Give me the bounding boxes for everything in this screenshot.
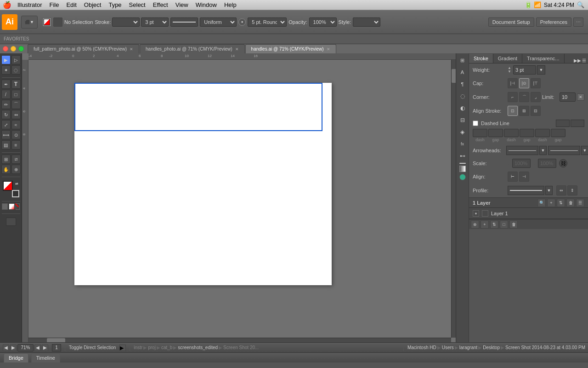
tab-handles[interactable]: handles.ai @ 71% (CMYK/Preview) ✕	[245, 44, 336, 53]
limit-input[interactable]	[560, 92, 576, 102]
color-dot[interactable]	[459, 174, 466, 180]
panel-icon-9[interactable]: ⊷	[458, 151, 468, 161]
align-arrow-1[interactable]: ⊢	[508, 172, 518, 182]
zoom-tool[interactable]: ⊕	[11, 165, 21, 174]
gap-3-input[interactable]	[551, 129, 565, 137]
weight-input[interactable]	[513, 65, 536, 75]
limit-close-btn[interactable]: ✕	[577, 93, 584, 101]
line-tool[interactable]: /	[1, 90, 11, 99]
document-setup-button[interactable]: Document Setup	[488, 17, 534, 27]
column-graph-tool[interactable]: ▤	[1, 140, 11, 150]
dash-2-input[interactable]	[504, 129, 519, 137]
layer-item[interactable]: ● Layer 1	[469, 208, 588, 219]
slice-tool[interactable]: ⧄	[11, 155, 21, 164]
align-center-btn[interactable]: ⊡	[508, 106, 518, 116]
layer-visibility-toggle[interactable]: ●	[473, 210, 479, 217]
more-options-btn[interactable]: ⋯	[573, 17, 583, 27]
panel-icon-1[interactable]: ⊞	[458, 55, 468, 65]
rect-tool[interactable]: □	[11, 90, 21, 99]
layer-new-layer[interactable]: □	[500, 220, 508, 229]
stroke-tab[interactable]: Stroke	[469, 54, 493, 63]
miter-join-btn[interactable]: ⌐	[508, 92, 518, 102]
none-btn[interactable]	[16, 203, 20, 210]
menu-illustrator[interactable]: Illustrator	[14, 0, 45, 10]
symbol-sprayer[interactable]: ⊙	[11, 130, 21, 139]
dashed-line-checkbox[interactable]	[473, 121, 478, 126]
transparency-tab[interactable]: Transparenc...	[522, 54, 565, 63]
zoom-down-btn[interactable]: ◀	[34, 345, 41, 351]
align-inside-btn[interactable]: ⊞	[519, 106, 529, 116]
panel-icon-2[interactable]: A	[458, 67, 468, 77]
scale-end-down[interactable]: ▼	[533, 163, 537, 167]
pen-tool[interactable]: ✒	[1, 80, 11, 89]
tab-full-pattern-close[interactable]: ✕	[130, 47, 133, 52]
round-cap-btn[interactable]: |⊙	[519, 78, 529, 88]
arrowhead-start-select[interactable]: ▼	[539, 146, 547, 155]
layer-lock[interactable]	[482, 210, 488, 217]
scrollbar-vertical[interactable]	[451, 60, 456, 338]
scale-start-down[interactable]: ▼	[508, 163, 511, 167]
hand-tool[interactable]: ✋	[1, 165, 11, 174]
menu-help[interactable]: Help	[220, 0, 240, 10]
scale-end-input[interactable]	[538, 159, 556, 168]
direct-selection-tool[interactable]: ▷	[11, 55, 21, 64]
stroke-weight-select[interactable]: 3 pt	[141, 17, 169, 27]
swap-colors-btn[interactable]: ⇄	[15, 182, 18, 186]
style-select[interactable]	[353, 17, 380, 27]
align-arrow-2[interactable]: ⊣	[519, 172, 529, 182]
layers-delete-btn[interactable]: 🗑	[566, 199, 575, 207]
profile-select-btn[interactable]: ▼	[545, 186, 553, 195]
gradient-swatch[interactable]	[459, 166, 466, 172]
scrollbar-horizontal[interactable]	[28, 338, 451, 342]
arrowhead-end-select[interactable]: ▼	[581, 146, 588, 155]
dash-1-input[interactable]	[473, 129, 487, 137]
panel-icon-7[interactable]: ◈	[458, 127, 468, 137]
gap-1-input[interactable]	[488, 129, 503, 137]
scrollbar-thumb-vertical[interactable]	[452, 69, 456, 83]
page-input[interactable]	[52, 344, 61, 351]
panel-icon-6[interactable]: ⊟	[458, 115, 468, 125]
layer-new[interactable]: +	[481, 220, 489, 229]
fill-swatch[interactable]	[3, 181, 13, 191]
scrollbar-thumb-horizontal[interactable]	[47, 338, 65, 342]
dash-pattern-1[interactable]	[556, 120, 570, 127]
zoom-increase-btn[interactable]: ▶	[10, 345, 17, 351]
selection-tool[interactable]: ▶	[1, 55, 11, 64]
workspace-switcher[interactable]: ⬛▼	[21, 16, 38, 29]
warp-tool[interactable]: ≈	[11, 120, 21, 129]
layers-search-btn[interactable]: 🔍	[537, 199, 546, 207]
type-tool[interactable]: T	[11, 80, 21, 89]
layer-arrange[interactable]: ⇅	[490, 220, 498, 229]
panel-icon-3[interactable]: ¶	[458, 79, 468, 89]
menu-effect[interactable]: Effect	[149, 0, 172, 10]
width-tool[interactable]: ⟺	[1, 130, 11, 139]
tab-handles-close[interactable]: ✕	[327, 47, 330, 52]
reflect-tool[interactable]: ⇔	[11, 110, 21, 119]
search-icon[interactable]: 🔍	[577, 1, 584, 8]
menu-view[interactable]: View	[172, 0, 192, 10]
weight-down-btn[interactable]: ▼	[508, 70, 511, 74]
gradient-tab[interactable]: Gradient	[493, 54, 522, 63]
link-scale-btn[interactable]: ⛓	[559, 159, 567, 167]
opacity-select[interactable]: 100%	[309, 17, 337, 27]
butt-cap-btn[interactable]: |⊣	[508, 78, 518, 88]
round-select[interactable]: 5 pt. Round	[248, 17, 287, 27]
stroke-style-select[interactable]: Uniform	[200, 17, 237, 27]
layer-delete[interactable]: 🗑	[509, 220, 518, 229]
panel-more-btn[interactable]: ▶▶ ☰	[572, 58, 588, 63]
projecting-cap-btn[interactable]: |⊤	[531, 78, 541, 88]
preferences-button[interactable]: Preferences	[536, 17, 571, 27]
canvas-area[interactable]: -4 -2 0 2 4 6 8 10 12 14 16 2 4 6 8	[22, 53, 456, 342]
fill-none-btn[interactable]	[2, 203, 8, 210]
dash-3-input[interactable]	[535, 129, 550, 137]
scale-tool[interactable]: ⤢	[1, 120, 11, 129]
timeline-tab[interactable]: Timeline	[31, 353, 60, 362]
layers-add-btn[interactable]: +	[547, 199, 555, 207]
menu-object[interactable]: Object	[80, 0, 105, 10]
apple-menu[interactable]: 🍎	[0, 0, 14, 10]
lasso-tool[interactable]: ◌	[11, 65, 21, 75]
align-outside-btn[interactable]: ⊟	[531, 106, 541, 116]
screen-mode-btn[interactable]	[6, 218, 16, 226]
panel-icon-10-line[interactable]	[459, 163, 466, 164]
tab-full-pattern[interactable]: full_pattern_photo.ai @ 50% (CMYK/Previe…	[28, 44, 139, 53]
